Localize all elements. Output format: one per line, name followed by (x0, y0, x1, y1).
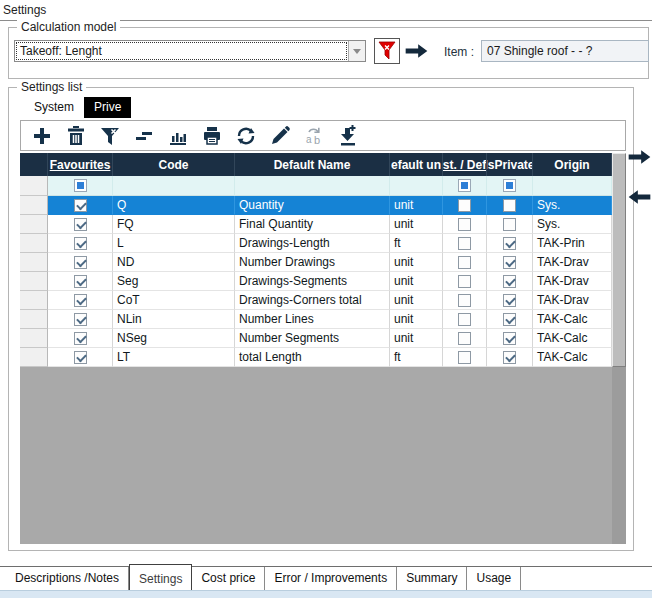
is-private-cell (487, 272, 533, 291)
favourite-checkbox[interactable] (74, 294, 87, 307)
favourite-cell (48, 196, 113, 215)
row-selector[interactable] (20, 291, 48, 310)
table-row[interactable]: CoTDrawings-Corners totalunitTAK-Drav (20, 291, 612, 310)
is-private-checkbox[interactable] (503, 256, 516, 269)
inst-default-checkbox[interactable] (458, 237, 471, 250)
rename-button[interactable]: a b (301, 123, 327, 149)
code-cell: FQ (113, 215, 235, 234)
inst-default-checkbox[interactable] (458, 351, 471, 364)
table-row[interactable]: NDNumber DrawingsunitTAK-Drav (20, 253, 612, 272)
refresh-button[interactable] (233, 123, 259, 149)
bottom-tab-usage[interactable]: Usage (467, 567, 521, 590)
is-private-cell (487, 348, 533, 367)
table-row[interactable]: NLinNumber LinesunitTAK-Calc (20, 310, 612, 329)
code-cell: L (113, 234, 235, 253)
filter-cell-name (235, 176, 390, 196)
row-selector[interactable] (20, 234, 48, 253)
is-private-cell (487, 291, 533, 310)
calculation-model-dropdown[interactable]: Takeoff: Lenght (14, 40, 366, 62)
is-private-checkbox[interactable] (503, 313, 516, 326)
favourite-checkbox[interactable] (74, 351, 87, 364)
bottom-tab-descriptions-notes[interactable]: Descriptions /Notes (6, 567, 129, 590)
row-selector[interactable] (20, 348, 48, 367)
table-row[interactable]: NSegNumber SegmentsunitTAK-Calc (20, 329, 612, 348)
is-private-checkbox[interactable] (503, 275, 516, 288)
inst-default-checkbox[interactable] (458, 199, 471, 212)
is-private-checkbox[interactable] (503, 351, 516, 364)
row-selector[interactable] (20, 310, 48, 329)
code-cell: LT (113, 348, 235, 367)
column-header-orig[interactable]: Origin (533, 153, 612, 176)
filter-button-fav[interactable] (74, 179, 87, 192)
orig-cell: TAK-Calc (533, 329, 612, 348)
move-left-arrow-icon[interactable] (627, 187, 652, 207)
table-row[interactable]: SegDrawings-SegmentsunitTAK-Drav (20, 272, 612, 291)
favourite-cell (48, 272, 113, 291)
tab-prive[interactable]: Prive (84, 97, 131, 118)
code-cell: NLin (113, 310, 235, 329)
tab-system[interactable]: System (24, 97, 84, 118)
row-selector[interactable] (20, 196, 48, 215)
favourite-checkbox[interactable] (74, 237, 87, 250)
remove-button[interactable] (131, 123, 157, 149)
chart-button[interactable] (165, 123, 191, 149)
table-row[interactable]: LDrawings-LengthftTAK-Prin (20, 234, 612, 253)
inst-default-checkbox[interactable] (458, 218, 471, 231)
column-header-fav[interactable]: Favourites (48, 153, 113, 176)
is-private-checkbox[interactable] (503, 332, 516, 345)
favourite-checkbox[interactable] (74, 313, 87, 326)
inst-default-checkbox[interactable] (458, 332, 471, 345)
add-button[interactable] (29, 123, 55, 149)
settings-list-label: Settings list (17, 80, 86, 94)
inst-default-checkbox[interactable] (458, 256, 471, 269)
edit-button[interactable] (267, 123, 293, 149)
inst-default-checkbox[interactable] (458, 294, 471, 307)
filter-cell-priv (487, 176, 533, 196)
vertical-scrollbar[interactable] (612, 153, 626, 544)
row-selector[interactable] (20, 215, 48, 234)
calculation-model-value: Takeoff: Lenght (16, 42, 347, 60)
column-header-unit[interactable]: efault un (390, 153, 443, 176)
is-private-checkbox[interactable] (503, 199, 516, 212)
delete-button[interactable] (63, 123, 89, 149)
column-header-name[interactable]: Default Name (235, 153, 390, 176)
favourite-checkbox[interactable] (74, 256, 87, 269)
bottom-tab-error-improvements[interactable]: Error / Improvements (265, 567, 397, 590)
table-row[interactable]: LTtotal LengthftTAK-Calc (20, 348, 612, 367)
bottom-tab-cost-price[interactable]: Cost price (192, 567, 265, 590)
grid-toolbar: a b (20, 120, 626, 151)
inst-default-checkbox[interactable] (458, 275, 471, 288)
is-private-checkbox[interactable] (503, 237, 516, 250)
column-header-code[interactable]: Code (113, 153, 235, 176)
filter-cell-code (113, 176, 235, 196)
scrollbar-thumb[interactable] (612, 153, 626, 367)
bottom-tab-summary[interactable]: Summary (397, 567, 467, 590)
column-header-def[interactable]: st. / Def (443, 153, 487, 176)
unit-cell: unit (390, 291, 443, 310)
favourite-checkbox[interactable] (74, 332, 87, 345)
import-button[interactable] (335, 123, 361, 149)
inst-default-checkbox[interactable] (458, 313, 471, 326)
table-row[interactable]: FQFinal QuantityunitSys. (20, 215, 612, 234)
is-private-checkbox[interactable] (503, 294, 516, 307)
model-filter-button[interactable] (374, 38, 400, 64)
move-right-arrow-icon[interactable] (627, 147, 652, 167)
favourite-checkbox[interactable] (74, 218, 87, 231)
filter-button-def[interactable] (458, 179, 471, 192)
filter-button[interactable] (97, 123, 123, 149)
row-selector[interactable] (20, 272, 48, 291)
row-selector[interactable] (20, 253, 48, 272)
column-header-priv[interactable]: IsPrivate (487, 153, 533, 176)
orig-cell: TAK-Drav (533, 291, 612, 310)
favourite-checkbox[interactable] (74, 275, 87, 288)
bottom-tab-settings[interactable]: Settings (129, 564, 192, 591)
dropdown-button[interactable] (348, 41, 365, 61)
favourite-checkbox[interactable] (74, 199, 87, 212)
row-selector[interactable] (20, 329, 48, 348)
is-private-checkbox[interactable] (503, 218, 516, 231)
filter-button-priv[interactable] (503, 179, 516, 192)
table-row[interactable]: QQuantityunitSys. (20, 196, 612, 215)
table-filter-row (20, 176, 612, 196)
filter-cell-orig (533, 176, 612, 196)
print-button[interactable] (199, 123, 225, 149)
